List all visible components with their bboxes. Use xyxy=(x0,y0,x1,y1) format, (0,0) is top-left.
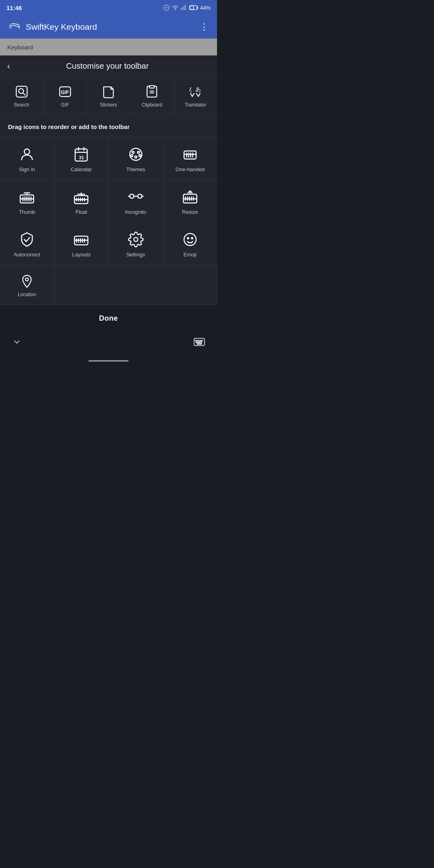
grid-item-onehanded[interactable]: One-handed xyxy=(163,137,217,180)
toolbar-header-title: Customise your toolbar xyxy=(15,61,200,71)
clipboard-icon xyxy=(145,84,159,99)
svg-text:GIF: GIF xyxy=(61,90,69,95)
status-time: 11:46 xyxy=(6,4,22,11)
home-indicator xyxy=(88,360,129,362)
svg-point-76 xyxy=(195,340,196,341)
svg-line-8 xyxy=(23,93,25,95)
signal-icon xyxy=(181,4,187,11)
svg-point-74 xyxy=(25,278,29,281)
grid-item-thumb[interactable]: Thumb xyxy=(0,180,54,222)
svg-point-71 xyxy=(184,233,196,246)
thumb-label: Thumb xyxy=(19,209,35,215)
themes-icon xyxy=(128,146,144,162)
clipboard-label: Clipboard xyxy=(142,102,162,108)
back-arrow-icon[interactable]: ‹ xyxy=(7,61,10,71)
chevron-down-icon[interactable] xyxy=(12,337,22,347)
signin-label: Sign in xyxy=(19,166,35,172)
grid-item-incognito[interactable]: Incognito xyxy=(109,180,163,222)
onehanded-icon xyxy=(182,146,198,162)
wifi-icon xyxy=(172,4,179,11)
grid-item-autocorrect[interactable]: Autocorrect xyxy=(0,223,54,265)
done-button[interactable]: Done xyxy=(99,314,118,323)
done-bar[interactable]: Done xyxy=(0,305,217,332)
drag-hint-section: Drag icons to reorder or add to the tool… xyxy=(0,115,217,137)
svg-point-24 xyxy=(137,151,139,154)
grid-item-calendar[interactable]: 31 Calendar xyxy=(54,137,108,180)
toolbar-item-search[interactable]: Search xyxy=(0,77,43,114)
settings-label: Settings xyxy=(126,252,145,258)
svg-point-80 xyxy=(202,340,203,341)
svg-point-72 xyxy=(187,237,188,239)
svg-point-79 xyxy=(200,340,201,341)
svg-point-83 xyxy=(199,342,200,343)
toolbar-item-clipboard[interactable]: Clipboard xyxy=(131,77,174,114)
gif-icon: GIF xyxy=(58,84,72,99)
app-bar-left: SwiftKey Keyboard xyxy=(8,20,97,33)
svg-point-23 xyxy=(132,151,134,154)
svg-point-73 xyxy=(191,237,192,239)
grid-item-settings[interactable]: Settings xyxy=(109,223,163,265)
layouts-icon xyxy=(73,231,89,248)
svg-rect-4 xyxy=(197,6,198,8)
grid-item-emoji[interactable]: Emoji xyxy=(163,223,217,265)
svg-point-84 xyxy=(201,342,202,343)
toolbar-item-stickers[interactable]: Stickers xyxy=(87,77,130,114)
svg-point-81 xyxy=(196,342,197,343)
thumb-icon xyxy=(19,189,35,205)
translator-icon: ξ あ xyxy=(188,84,203,99)
svg-rect-11 xyxy=(149,86,154,88)
home-indicator-bar xyxy=(0,355,217,366)
grid-row-3: Autocorrect Layouts Settings xyxy=(0,222,217,265)
keyboard-icon[interactable] xyxy=(194,337,205,347)
more-vert-icon[interactable]: ⋮ xyxy=(200,22,209,32)
themes-label: Themes xyxy=(126,166,145,172)
drag-hint-text: Drag icons to reorder or add to the tool… xyxy=(8,123,130,130)
gif-label: GIF xyxy=(61,102,69,108)
calendar-icon: 31 xyxy=(73,146,89,162)
grid-item-location[interactable]: Location xyxy=(0,265,54,305)
swiftkey-logo xyxy=(8,20,21,33)
grid-section: Sign in 31 Calendar Themes xyxy=(0,137,217,305)
autocorrect-label: Autocorrect xyxy=(14,252,40,258)
toolbar-header: ‹ Customise your toolbar xyxy=(0,55,217,77)
svg-rect-5 xyxy=(190,6,194,9)
svg-text:31: 31 xyxy=(79,155,84,160)
svg-point-26 xyxy=(131,155,133,157)
search-icon xyxy=(14,84,29,99)
grid-item-float[interactable]: Float xyxy=(54,180,108,222)
grid-row-1: Sign in 31 Calendar Themes xyxy=(0,137,217,180)
stickers-label: Stickers xyxy=(100,102,117,108)
svg-text:あ: あ xyxy=(195,86,201,92)
toolbar-item-gif[interactable]: GIF GIF xyxy=(43,77,87,114)
svg-point-78 xyxy=(199,340,199,341)
svg-rect-3 xyxy=(190,6,197,10)
grid-item-resize[interactable]: Resize xyxy=(163,180,217,222)
layouts-label: Layouts xyxy=(72,252,91,258)
grid-item-layouts[interactable]: Layouts xyxy=(54,223,108,265)
breadcrumb-text: Keyboard xyxy=(7,44,33,51)
dnd-icon xyxy=(163,4,170,11)
svg-point-16 xyxy=(24,149,29,154)
toolbar-item-translator[interactable]: ξ あ Translator xyxy=(174,77,217,114)
svg-point-2 xyxy=(175,10,175,10)
svg-point-25 xyxy=(135,156,137,158)
svg-text:ξ: ξ xyxy=(189,86,192,92)
breadcrumb-bar: Keyboard xyxy=(0,39,217,55)
grid-item-themes[interactable]: Themes xyxy=(109,137,163,180)
incognito-label: Incognito xyxy=(125,209,146,215)
onehanded-label: One-handed xyxy=(176,166,205,172)
person-icon xyxy=(19,146,35,162)
svg-point-82 xyxy=(198,342,199,343)
partial-row: Location xyxy=(0,265,217,305)
autocorrect-icon xyxy=(19,231,35,248)
settings-icon xyxy=(128,231,144,248)
incognito-icon xyxy=(128,189,144,205)
svg-rect-28 xyxy=(184,151,196,159)
resize-label: Resize xyxy=(182,209,198,215)
grid-item-signin[interactable]: Sign in xyxy=(0,137,54,180)
location-label: Location xyxy=(18,292,36,297)
svg-point-77 xyxy=(197,340,198,341)
svg-point-27 xyxy=(139,155,141,157)
svg-rect-85 xyxy=(197,344,202,344)
resize-icon xyxy=(182,189,198,205)
